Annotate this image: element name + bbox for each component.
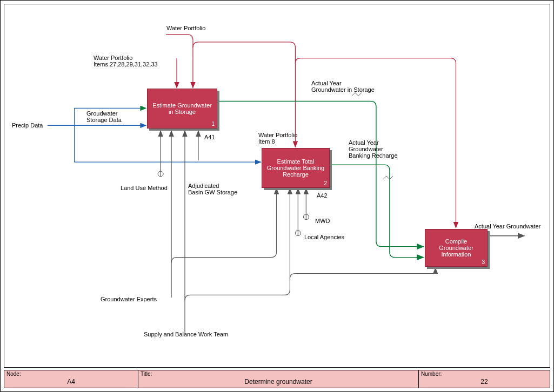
label-actual-year-storage: Actual Year Groundwater in Storage (311, 80, 375, 93)
label-water-portfolio-top: Water Portfolio (166, 25, 205, 31)
label-land-use-method: Land Use Method (121, 185, 168, 191)
label-groundwater-experts: Groundwater Experts (101, 296, 157, 302)
label-actual-year-gw: Actual Year Groundwater (475, 223, 540, 229)
footer-number-label: Number: (421, 371, 442, 377)
node-a41: Estimate Groundwater in Storage 1 (147, 89, 217, 129)
label-supply-team: Supply and Balance Work Team (144, 331, 228, 337)
diagram-frame: Estimate Groundwater in Storage 1 A41 Es… (0, 0, 554, 392)
label-mwd: MWD (315, 218, 330, 224)
footer-title-cell: Title: Determine groundwater (138, 370, 419, 388)
footer: Node: A4 Title: Determine groundwater Nu… (4, 370, 550, 388)
footer-node-label: Node: (6, 371, 21, 377)
label-local-agencies: Local Agencies (304, 234, 344, 240)
footer-number-value: 22 (422, 378, 546, 386)
footer-title-value: Determine groundwater (142, 378, 415, 386)
diagram-canvas: Estimate Groundwater in Storage 1 A41 Es… (4, 4, 550, 368)
label-wp-item8: Water Portfolio Item 8 (258, 132, 297, 145)
node-a41-num: 1 (211, 121, 215, 127)
node-compile-num: 3 (482, 259, 485, 265)
footer-node-cell: Node: A4 (4, 370, 138, 388)
label-precip-data: Precip Data (12, 122, 43, 129)
node-compile-title: Compile Groundwater Information (429, 238, 484, 258)
node-a42-id: A42 (317, 192, 328, 199)
label-adjudicated: Adjudicated Basin GW Storage (188, 183, 237, 195)
node-a41-id: A41 (204, 134, 215, 140)
node-a42-title: Estimate Total Groundwater Banking Recha… (265, 158, 326, 178)
footer-number-cell: Number: 22 (419, 370, 550, 388)
footer-title-label: Title: (141, 371, 152, 377)
node-a42-num: 2 (324, 180, 327, 186)
label-water-portfolio-items: Water Portfolio Items 27,28,29,31,32,33 (94, 55, 158, 67)
label-groundwater-storage-data: Groudwater Storage Data (86, 110, 122, 123)
node-compile: Compile Groundwater Information 3 (425, 229, 488, 267)
node-a41-title: Estimate Groundwater in Storage (151, 102, 213, 115)
node-a42: Estimate Total Groundwater Banking Recha… (262, 148, 330, 188)
label-actual-year-recharge: Actual Year Groundwater Banking Recharge (349, 139, 398, 159)
footer-node-value: A4 (8, 378, 135, 386)
